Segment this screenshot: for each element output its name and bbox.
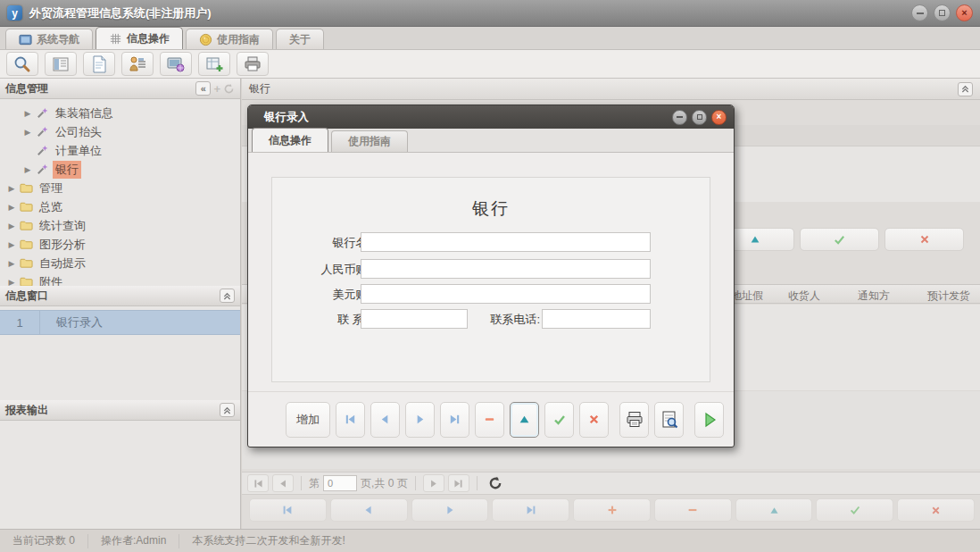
user-list-button[interactable] — [121, 52, 154, 76]
column-header[interactable]: 预计发货 — [927, 289, 970, 304]
tree-item-unit[interactable]: 计量单位 — [0, 141, 240, 160]
first-page-button[interactable] — [247, 474, 269, 492]
maximize-button[interactable] — [934, 4, 951, 21]
edit-button[interactable] — [510, 402, 539, 438]
tab-label: 信息操作 — [269, 133, 311, 148]
form-view-button[interactable] — [45, 52, 77, 76]
separator — [301, 476, 302, 490]
prev-record-button[interactable] — [370, 402, 400, 438]
tree-item-overview[interactable]: ▶ 总览 — [0, 197, 240, 216]
tree-item-management[interactable]: ▶ 管理 — [0, 179, 240, 197]
expand-arrow-icon[interactable]: ▶ — [7, 259, 16, 268]
delete-record-button[interactable] — [654, 498, 732, 522]
document-button[interactable] — [83, 52, 115, 76]
search-button[interactable] — [6, 52, 38, 76]
post-record-button[interactable] — [816, 498, 893, 522]
table-add-button[interactable] — [198, 52, 230, 76]
collapse-up-button[interactable] — [220, 289, 235, 303]
dialog-tab-user-guide[interactable]: 使用指南 — [331, 130, 408, 152]
wand-icon — [36, 144, 49, 157]
first-record-button[interactable] — [249, 498, 327, 522]
print-preview-button[interactable] — [654, 402, 684, 438]
tab-system-nav[interactable]: 系统导航 — [5, 29, 93, 49]
phone-input[interactable] — [542, 309, 651, 329]
search-icon — [12, 54, 32, 74]
tree-item-label: 自动提示 — [37, 255, 88, 272]
background-button-row — [715, 228, 964, 251]
expand-arrow-icon[interactable]: ▶ — [7, 222, 16, 230]
tab-label: 信息操作 — [127, 31, 170, 46]
cancel-button[interactable] — [579, 402, 609, 438]
print-button[interactable] — [619, 402, 649, 438]
record-toolbar — [242, 497, 980, 523]
printer-button[interactable] — [237, 52, 269, 76]
tree-item-label: 统计查询 — [37, 217, 88, 235]
tree-item-auto-reminder[interactable]: ▶ 自动提示 — [0, 254, 240, 272]
dialog-maximize-button[interactable] — [692, 110, 707, 125]
minimize-button[interactable] — [911, 4, 928, 21]
expand-arrow-icon[interactable]: ▶ — [23, 128, 32, 137]
post-button[interactable] — [544, 402, 574, 438]
page-prefix-label: 第 — [309, 476, 320, 491]
expand-arrow-icon[interactable]: ▶ — [7, 240, 16, 249]
dialog-minimize-button[interactable] — [672, 110, 687, 125]
operator-label: 操作者:Admin — [88, 534, 179, 548]
navigation-tree: ▶ 集装箱信息 ▶ 公司抬头 计量单位 ▶ 银行 ▶ 管理 — [0, 99, 240, 291]
tree-item-bank[interactable]: ▶ 银行 — [0, 160, 240, 179]
tree-item-chart-analysis[interactable]: ▶ 图形分析 — [0, 235, 240, 254]
usd-account-input[interactable] — [361, 284, 651, 304]
collapse-up-button[interactable] — [220, 403, 235, 417]
column-header[interactable]: 收货人 — [788, 289, 820, 304]
last-record-button[interactable] — [492, 498, 569, 522]
delete-button[interactable] — [475, 402, 504, 438]
cancel-button[interactable] — [884, 228, 964, 251]
next-page-button[interactable] — [423, 474, 444, 492]
expand-arrow-icon[interactable]: ▶ — [7, 184, 16, 193]
first-record-button[interactable] — [336, 402, 365, 438]
last-record-button[interactable] — [440, 402, 469, 438]
page-number-input[interactable] — [323, 475, 357, 491]
dialog-title-bar[interactable]: 银行录入 × — [248, 105, 734, 129]
edit-record-button[interactable] — [735, 498, 813, 522]
info-window-row-selected[interactable]: 1 银行录入 — [0, 310, 240, 335]
bank-name-input[interactable] — [361, 232, 651, 252]
column-header[interactable]: 通知方 — [858, 289, 890, 304]
run-button[interactable] — [694, 402, 724, 438]
dialog-close-button[interactable]: × — [711, 110, 727, 125]
next-record-button[interactable] — [411, 498, 489, 522]
close-button[interactable]: × — [956, 4, 973, 21]
last-page-button[interactable] — [448, 474, 469, 492]
dialog-tab-info-operation[interactable]: 信息操作 — [252, 128, 328, 152]
monitor-globe-button[interactable] — [160, 52, 192, 76]
info-window-panel-header: 信息窗口 — [0, 286, 240, 306]
collapse-up-button[interactable] — [958, 82, 973, 96]
expand-arrow-icon[interactable]: ▶ — [7, 278, 16, 287]
tab-info-operation[interactable]: 信息操作 — [96, 27, 183, 49]
refresh-button[interactable] — [485, 476, 506, 490]
cancel-record-button[interactable] — [897, 498, 975, 522]
tree-item-statistics[interactable]: ▶ 统计查询 — [0, 216, 240, 235]
triangle-up-icon — [768, 505, 780, 516]
expand-arrow-icon[interactable]: ▶ — [23, 109, 32, 118]
expand-arrow-icon[interactable]: ▶ — [23, 165, 32, 174]
plus-icon — [606, 504, 619, 516]
add-button[interactable]: 增加 — [286, 402, 330, 438]
column-header[interactable]: 地址假 — [731, 289, 763, 304]
rmb-account-input[interactable] — [361, 259, 651, 279]
prev-record-button[interactable] — [330, 498, 408, 522]
next-record-button[interactable] — [405, 402, 435, 438]
main-toolbar — [0, 50, 980, 79]
tree-item-label: 管理 — [37, 180, 65, 197]
info-window-list: 1 银行录入 — [0, 310, 240, 335]
collapse-left-button[interactable]: « — [195, 81, 211, 96]
expand-arrow-icon[interactable]: ▶ — [7, 203, 16, 212]
tree-item-container-info[interactable]: ▶ 集装箱信息 — [0, 104, 240, 122]
tree-item-company-header[interactable]: ▶ 公司抬头 — [0, 122, 240, 141]
tab-about[interactable]: 关于 — [276, 29, 324, 49]
prev-page-button[interactable] — [272, 474, 294, 492]
confirm-button[interactable] — [800, 228, 879, 251]
add-button-label: 增加 — [296, 412, 320, 428]
tab-user-guide[interactable]: 使用指南 — [186, 29, 273, 49]
add-record-button[interactable] — [573, 498, 651, 522]
contact-input[interactable] — [361, 309, 468, 329]
